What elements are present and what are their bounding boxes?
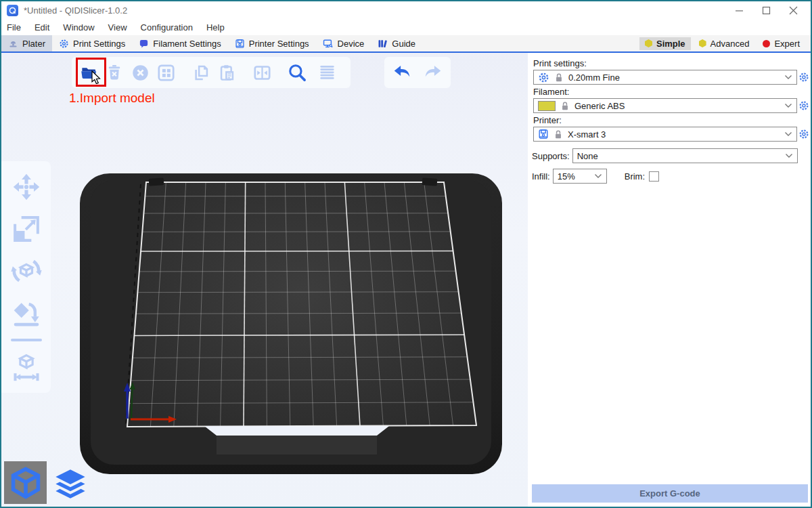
plater-icon [8,39,18,49]
printer-label: Printer: [533,115,811,125]
supports-label: Supports: [532,151,570,161]
lock-icon [554,72,564,83]
tab-label: Filament Settings [153,39,221,49]
brim-label: Brim: [625,171,645,182]
brim-checkbox[interactable] [649,171,659,182]
print-settings-select[interactable]: 0.20mm Fine [533,70,797,85]
minimize-button[interactable] [725,2,752,18]
printer-gear-button[interactable] [797,127,811,142]
filament-gear-button[interactable] [797,98,811,113]
infill-label: Infill: [532,171,550,182]
main-area: 1.Import model [1,53,811,507]
mode-label: Simple [656,39,685,49]
menu-edit[interactable]: Edit [35,22,49,33]
print-settings-label: Print settings: [533,58,811,68]
settings-panel: Print settings: 0.20mm Fine Filament: Ge… [528,53,811,507]
gear-icon [59,39,69,49]
tab-bar: Plater Print Settings Filament Settings … [1,35,811,53]
infill-value: 15% [558,171,594,182]
paste-button[interactable] [214,60,240,85]
chevron-down-icon [784,75,792,80]
tab-plater[interactable]: Plater [1,35,52,51]
mouse-cursor [91,70,104,84]
search-button[interactable] [284,60,310,85]
3d-viewport[interactable]: 1.Import model [1,53,528,507]
viewport-toolbar [72,57,351,88]
export-gcode-button[interactable]: Export G-code [532,484,808,503]
measure-tool-button[interactable] [10,351,43,383]
advanced-hexagon-icon [699,39,706,47]
mode-advanced[interactable]: Advanced [694,37,755,50]
gear-icon [798,72,809,83]
filament-value: Generic ABS [574,101,780,111]
tab-label: Print Settings [73,39,125,49]
menu-view[interactable]: View [108,22,127,33]
import-annotation: 1.Import model [69,91,155,106]
lock-icon [554,129,563,140]
delete-all-button[interactable] [127,60,153,85]
tab-printer-settings[interactable]: Printer Settings [228,35,316,51]
supports-select[interactable]: None [572,148,798,163]
mode-expert[interactable]: Expert [757,37,805,50]
scale-tool-button[interactable] [10,213,43,245]
rotate-tool-button[interactable] [10,255,43,287]
tab-label: Device [338,39,365,49]
filament-icon [139,39,149,49]
layers-icon [53,469,88,501]
app-window: *Untitled - QIDISlicer-1.0.2 File Edit W… [0,0,812,508]
guide-icon [378,39,388,49]
close-button[interactable] [780,2,807,18]
gizmo-toolbar [1,161,51,393]
print-settings-gear-button[interactable] [797,70,811,85]
print-settings-value: 0.20mm Fine [568,72,780,83]
menu-configuration[interactable]: Configuration [141,22,193,33]
tab-filament-settings[interactable]: Filament Settings [132,35,227,51]
maximize-button[interactable] [752,2,780,18]
printer-icon [235,39,245,49]
expert-circle-icon [763,40,770,47]
mode-label: Expert [774,39,800,49]
mode-simple[interactable]: Simple [639,37,691,50]
variable-layer-height-button[interactable] [314,60,340,85]
gizmo-divider [11,339,42,341]
filament-select[interactable]: Generic ABS [533,98,797,113]
tray-handle-cutout [204,426,389,436]
tab-guide[interactable]: Guide [371,35,422,51]
preview-layers-button[interactable] [51,466,90,504]
build-plate-grid [127,182,476,427]
window-title: *Untitled - QIDISlicer-1.0.2 [24,5,725,16]
supports-value: None [577,151,785,161]
menu-help[interactable]: Help [206,22,225,33]
tab-label: Printer Settings [249,39,309,49]
mode-label: Advanced [710,39,750,49]
move-tool-button[interactable] [10,171,43,203]
undo-redo-toolbar [384,57,451,88]
undo-button[interactable] [389,60,415,85]
3d-editor-view-button[interactable] [4,461,47,504]
simple-hexagon-icon [645,39,652,47]
infill-select[interactable]: 15% [553,169,607,184]
tab-print-settings[interactable]: Print Settings [52,35,132,51]
gear-icon [798,100,809,111]
chevron-down-icon [785,153,793,158]
tab-device[interactable]: Device [316,35,371,51]
lock-icon [560,101,570,111]
gear-icon [798,129,809,140]
menu-file[interactable]: File [7,22,21,33]
filament-label: Filament: [533,87,811,97]
view-switch [4,461,90,504]
arrange-button[interactable] [153,60,179,85]
redo-button[interactable] [420,60,446,85]
chevron-down-icon [784,131,792,137]
cube-icon [8,465,43,501]
menu-window[interactable]: Window [63,22,94,33]
delete-button[interactable] [102,60,127,85]
device-icon [323,39,334,49]
filament-color-swatch [538,101,556,111]
place-on-face-tool-button[interactable] [10,297,43,329]
printer-select[interactable]: X-smart 3 [533,127,797,142]
copy-button[interactable] [188,60,214,85]
split-objects-button[interactable] [249,60,275,85]
chevron-down-icon [784,103,792,108]
mode-switch: Simple Advanced Expert [639,35,811,51]
